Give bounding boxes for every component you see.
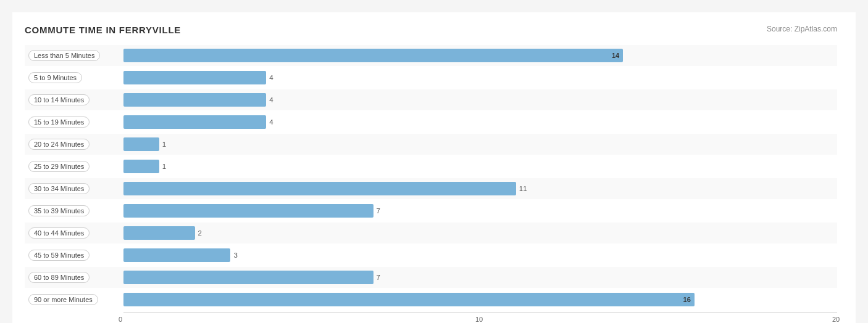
bar-label-text: 5 to 9 Minutes [28, 72, 82, 83]
bar-fill: 3 [123, 248, 230, 262]
bar-label-text: 60 to 89 Minutes [28, 272, 90, 283]
bar-row: 30 to 34 Minutes11 [25, 178, 837, 199]
bar-value-label: 11 [519, 185, 527, 192]
bar-fill: 4 [123, 71, 266, 84]
bar-track: 3 [123, 245, 837, 266]
chart-source: Source: ZipAtlas.com [767, 25, 837, 33]
bar-label-text: 25 to 29 Minutes [28, 161, 90, 172]
bar-row: 90 or more Minutes16 [25, 289, 837, 310]
bar-label-text: Less than 5 Minutes [28, 50, 100, 61]
bar-label: 35 to 39 Minutes [25, 200, 123, 221]
bar-value-label: 4 [269, 96, 273, 104]
bar-track: 7 [123, 267, 837, 288]
bar-label-text: 15 to 19 Minutes [28, 117, 90, 128]
bar-row: 40 to 44 Minutes2 [25, 223, 837, 243]
bar-label: 20 to 24 Minutes [25, 134, 123, 155]
bar-row: 45 to 59 Minutes3 [25, 245, 837, 266]
bar-track: 1 [123, 134, 837, 155]
x-tick: 20 [832, 316, 840, 323]
bar-row: 35 to 39 Minutes7 [25, 200, 837, 221]
bar-label: 15 to 19 Minutes [25, 112, 123, 133]
bar-track: 2 [123, 223, 837, 243]
x-tick: 0 [119, 316, 122, 323]
chart-container: COMMUTE TIME IN FERRYVILLE Source: ZipAt… [12, 12, 856, 323]
bar-value-label: 3 [233, 251, 237, 259]
bar-track: 1 [123, 156, 837, 177]
bar-row: 20 to 24 Minutes1 [25, 134, 837, 155]
x-tick: 10 [475, 316, 483, 323]
bar-label: 45 to 59 Minutes [25, 245, 123, 266]
bar-fill: 1 [123, 160, 159, 173]
bar-row: Less than 5 Minutes14 [25, 45, 837, 66]
bar-value-label: 4 [269, 118, 273, 126]
bar-track: 14 [123, 45, 837, 66]
bar-value-label: 4 [269, 74, 273, 81]
bar-value-label: 16 [683, 296, 691, 303]
bar-label-text: 30 to 34 Minutes [28, 183, 90, 194]
bar-fill: 16 [123, 293, 695, 306]
bar-fill: 11 [123, 182, 516, 195]
bar-label-text: 20 to 24 Minutes [28, 139, 90, 150]
bar-label-text: 45 to 59 Minutes [28, 250, 90, 261]
x-axis: 01020 [123, 313, 837, 323]
bar-label: 30 to 34 Minutes [25, 178, 123, 199]
bar-row: 15 to 19 Minutes4 [25, 112, 837, 133]
bar-row: 25 to 29 Minutes1 [25, 156, 837, 177]
bar-label-text: 40 to 44 Minutes [28, 227, 90, 239]
chart-header: COMMUTE TIME IN FERRYVILLE Source: ZipAt… [25, 25, 837, 35]
bar-label: 90 or more Minutes [25, 289, 123, 310]
bar-fill: 7 [123, 204, 373, 218]
bar-track: 4 [123, 89, 837, 110]
bar-label: 25 to 29 Minutes [25, 156, 123, 177]
bar-value-label: 14 [612, 52, 619, 59]
bar-value-label: 7 [377, 207, 380, 215]
bar-track: 16 [123, 289, 837, 310]
bar-label: 5 to 9 Minutes [25, 67, 123, 88]
bar-fill: 4 [123, 93, 266, 107]
bar-label-text: 35 to 39 Minutes [28, 205, 90, 216]
bar-row: 10 to 14 Minutes4 [25, 89, 837, 110]
bar-label: 10 to 14 Minutes [25, 89, 123, 110]
bar-track: 4 [123, 67, 837, 88]
bar-label-text: 10 to 14 Minutes [28, 94, 90, 105]
bars-wrapper: Less than 5 Minutes145 to 9 Minutes410 t… [25, 45, 837, 310]
bar-value-label: 1 [162, 141, 166, 148]
bar-row: 60 to 89 Minutes7 [25, 267, 837, 288]
bar-fill: 2 [123, 226, 195, 240]
bar-value-label: 1 [162, 163, 166, 170]
bar-row: 5 to 9 Minutes4 [25, 67, 837, 88]
bar-value-label: 7 [377, 274, 380, 281]
bar-label-text: 90 or more Minutes [28, 294, 98, 305]
bar-label: 60 to 89 Minutes [25, 267, 123, 288]
bar-fill: 14 [123, 49, 623, 62]
bar-track: 11 [123, 178, 837, 199]
bar-label: Less than 5 Minutes [25, 45, 123, 66]
bar-fill: 4 [123, 115, 266, 129]
bar-label: 40 to 44 Minutes [25, 223, 123, 243]
bar-fill: 7 [123, 271, 373, 284]
bar-value-label: 2 [198, 229, 202, 237]
chart-title: COMMUTE TIME IN FERRYVILLE [25, 25, 181, 35]
bar-fill: 1 [123, 137, 159, 151]
bar-track: 7 [123, 200, 837, 221]
bar-track: 4 [123, 112, 837, 133]
